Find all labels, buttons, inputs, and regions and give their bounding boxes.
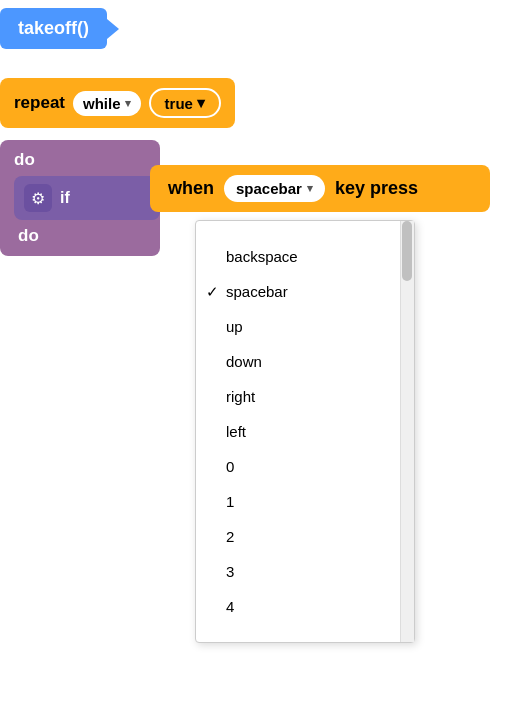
do-outer-label: do (14, 150, 160, 170)
true-label: true (165, 95, 193, 112)
dropdown-item[interactable]: 3 (196, 554, 400, 589)
while-label: while (83, 95, 121, 112)
spacebar-arrow-icon: ▾ (307, 182, 313, 195)
true-dropdown-button[interactable]: true ▾ (149, 88, 221, 118)
do-block-outer: do ⚙ if do (0, 140, 160, 256)
when-key-press-block: when spacebar ▾ key press (150, 165, 490, 212)
dropdown-item[interactable]: 4 (196, 589, 400, 624)
dropdown-items-container: backspacespacebarupdownrightleft01234 (196, 239, 414, 624)
dropdown-item[interactable]: up (196, 309, 400, 344)
if-block: ⚙ if (14, 176, 160, 220)
takeoff-block[interactable]: takeoff() (0, 8, 107, 49)
do-inner-label: do (18, 226, 160, 246)
dropdown-item[interactable]: down (196, 344, 400, 379)
dropdown-item[interactable]: spacebar (196, 274, 400, 309)
scrollbar-thumb[interactable] (402, 221, 412, 281)
while-dropdown-button[interactable]: while ▾ (73, 91, 141, 116)
gear-icon[interactable]: ⚙ (24, 184, 52, 212)
dropdown-item[interactable]: left (196, 414, 400, 449)
dropdown-item[interactable]: 0 (196, 449, 400, 484)
dropdown-item[interactable]: right (196, 379, 400, 414)
when-label: when (168, 178, 214, 199)
key-press-label: key press (335, 178, 418, 199)
key-dropdown-menu: ▲ backspacespacebarupdownrightleft01234 … (195, 220, 415, 643)
dropdown-item[interactable]: 2 (196, 519, 400, 554)
scrollbar-track (400, 221, 414, 642)
repeat-label: repeat (14, 93, 65, 113)
dropdown-item[interactable]: backspace (196, 239, 400, 274)
takeoff-label: takeoff() (18, 18, 89, 39)
while-arrow-icon: ▾ (125, 97, 131, 110)
spacebar-label: spacebar (236, 180, 302, 197)
if-label: if (60, 189, 70, 207)
dropdown-item[interactable]: 1 (196, 484, 400, 519)
true-arrow-icon: ▾ (197, 94, 205, 112)
repeat-while-block: repeat while ▾ true ▾ (0, 78, 235, 128)
spacebar-dropdown-button[interactable]: spacebar ▾ (224, 175, 325, 202)
